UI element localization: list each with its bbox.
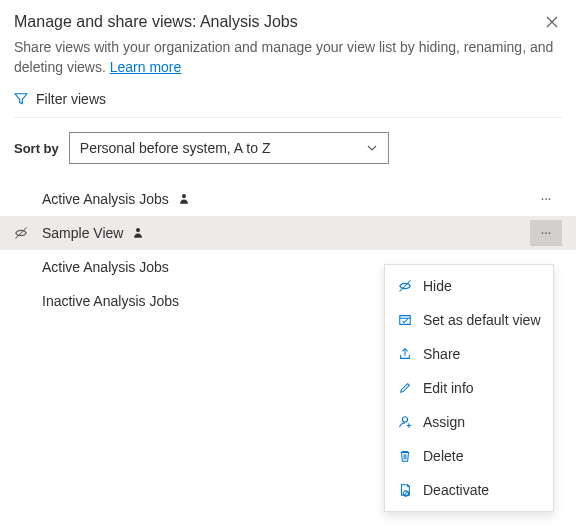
deactivate-icon — [397, 482, 413, 498]
close-icon — [546, 16, 558, 28]
person-icon — [131, 226, 145, 240]
hidden-icon — [14, 226, 42, 240]
share-icon — [397, 346, 413, 362]
more-button[interactable] — [530, 220, 562, 246]
menu-item-label: Deactivate — [423, 482, 489, 498]
assign-icon — [397, 414, 413, 430]
view-label: Active Analysis Jobs — [42, 191, 169, 207]
menu-item-deactivate[interactable]: Deactivate — [385, 473, 553, 507]
more-icon — [539, 226, 553, 240]
chevron-down-icon — [366, 142, 378, 154]
menu-item-label: Share — [423, 346, 460, 362]
hide-icon — [397, 278, 413, 294]
sort-by-dropdown[interactable]: Personal before system, A to Z — [69, 132, 389, 164]
menu-item-edit[interactable]: Edit info — [385, 371, 553, 405]
menu-item-hide[interactable]: Hide — [385, 269, 553, 303]
filter-views-button[interactable]: Filter views — [14, 91, 562, 118]
person-icon — [177, 192, 191, 206]
dialog-title: Manage and share views: Analysis Jobs — [14, 13, 298, 31]
menu-item-default[interactable]: Set as default view — [385, 303, 553, 337]
context-menu: HideSet as default viewShareEdit infoAss… — [384, 264, 554, 512]
menu-item-share[interactable]: Share — [385, 337, 553, 371]
learn-more-link[interactable]: Learn more — [110, 59, 182, 75]
filter-views-label: Filter views — [36, 91, 106, 107]
menu-item-delete[interactable]: Delete — [385, 439, 553, 473]
edit-icon — [397, 380, 413, 396]
sort-by-value: Personal before system, A to Z — [80, 140, 271, 156]
sort-by-label: Sort by — [14, 141, 59, 156]
view-label: Active Analysis Jobs — [42, 259, 169, 275]
menu-item-assign[interactable]: Assign — [385, 405, 553, 439]
menu-item-label: Assign — [423, 414, 465, 430]
view-row[interactable]: Sample View — [0, 216, 576, 250]
close-button[interactable] — [542, 12, 562, 32]
more-icon — [539, 192, 553, 206]
menu-item-label: Edit info — [423, 380, 474, 396]
menu-item-label: Set as default view — [423, 312, 541, 328]
description-text: Share views with your organization and m… — [14, 39, 553, 75]
view-label: Inactive Analysis Jobs — [42, 293, 179, 309]
view-row[interactable]: Active Analysis Jobs — [0, 182, 576, 216]
dialog-description: Share views with your organization and m… — [14, 38, 562, 77]
delete-icon — [397, 448, 413, 464]
view-label: Sample View — [42, 225, 123, 241]
filter-icon — [14, 92, 28, 106]
more-button[interactable] — [530, 186, 562, 212]
default-icon — [397, 312, 413, 328]
menu-item-label: Delete — [423, 448, 463, 464]
menu-item-label: Hide — [423, 278, 452, 294]
